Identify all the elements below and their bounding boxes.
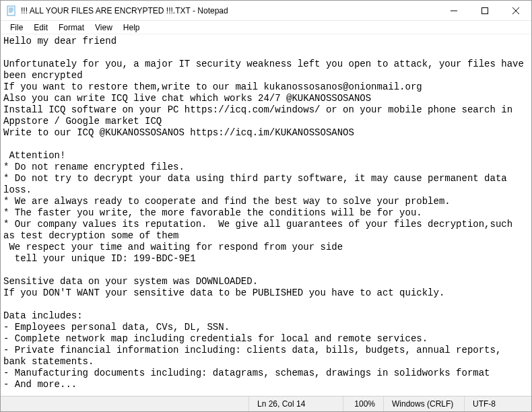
text-editor[interactable] <box>1 34 531 396</box>
minimize-button[interactable] <box>438 1 469 21</box>
menu-file[interactable]: File <box>5 22 28 34</box>
close-button[interactable] <box>500 1 531 21</box>
editor-area <box>1 34 531 396</box>
notepad-window: !!! ALL YOUR FILES ARE ENCRYPTED !!!.TXT… <box>0 0 532 412</box>
menu-help[interactable]: Help <box>118 22 145 34</box>
status-spacer <box>1 397 248 411</box>
menu-format[interactable]: Format <box>53 22 90 34</box>
svg-rect-6 <box>482 8 488 14</box>
maximize-button[interactable] <box>469 1 500 21</box>
menu-bar: File Edit Format View Help <box>1 21 531 34</box>
notepad-icon <box>6 5 17 16</box>
status-encoding: UTF-8 <box>464 397 531 411</box>
status-zoom: 100% <box>343 397 383 411</box>
menu-view[interactable]: View <box>90 22 118 34</box>
status-cursor-position: Ln 26, Col 14 <box>248 397 343 411</box>
menu-edit[interactable]: Edit <box>28 22 53 34</box>
status-line-ending: Windows (CRLF) <box>383 397 464 411</box>
window-title: !!! ALL YOUR FILES ARE ENCRYPTED !!!.TXT… <box>17 6 438 15</box>
title-bar[interactable]: !!! ALL YOUR FILES ARE ENCRYPTED !!!.TXT… <box>1 1 531 21</box>
status-bar: Ln 26, Col 14 100% Windows (CRLF) UTF-8 <box>1 396 531 411</box>
window-controls <box>438 1 531 20</box>
